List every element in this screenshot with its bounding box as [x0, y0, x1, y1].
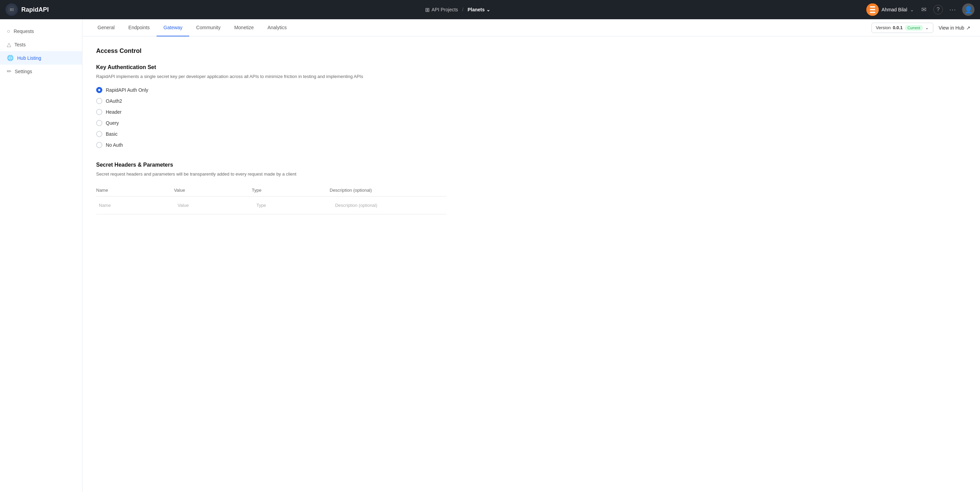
tab-endpoints[interactable]: Endpoints — [122, 19, 157, 37]
navbar: RapidAPI ⊞ API Projects / Planets ⌄ — [0, 0, 980, 19]
tab-community[interactable]: Community — [189, 19, 228, 37]
app-logo[interactable]: RapidAPI — [5, 3, 49, 16]
svg-rect-4 — [870, 12, 875, 13]
breadcrumb: ⊞ API Projects / Planets ⌄ — [54, 6, 861, 13]
radio-oauth2-circle — [96, 98, 102, 104]
tab-bar: General Endpoints Gateway Community Mone… — [83, 19, 980, 37]
app-layout: ○ Requests △ Tests 🌐 Hub Listing ✏ Setti… — [0, 19, 980, 492]
tests-icon: △ — [7, 41, 11, 48]
radio-oauth2-label: OAuth2 — [106, 98, 122, 104]
radio-rapidapi-label: RapidAPI Auth Only — [106, 87, 148, 93]
mail-button[interactable]: ✉ — [918, 4, 929, 15]
logo-icon — [5, 3, 18, 16]
version-current-badge: Current — [905, 25, 923, 30]
table-input-row — [96, 196, 446, 214]
content-area: Access Control Key Authentication Set Ra… — [83, 37, 460, 225]
sidebar-item-tests[interactable]: △ Tests — [0, 38, 82, 51]
requests-icon: ○ — [7, 28, 10, 34]
sidebar-item-settings[interactable]: ✏ Settings — [0, 65, 82, 78]
radio-no-auth-circle — [96, 142, 102, 148]
version-label: Version — [876, 25, 891, 30]
sidebar-item-requests-label: Requests — [14, 29, 34, 34]
sidebar-item-requests[interactable]: ○ Requests — [0, 25, 82, 38]
sidebar-item-tests-label: Tests — [14, 42, 26, 48]
col-name-header: Name — [96, 188, 174, 193]
apps-grid-button[interactable]: ⋯ — [947, 4, 958, 15]
col-desc-header: Description (optional) — [329, 188, 446, 193]
value-input[interactable] — [175, 201, 251, 210]
hub-listing-icon: 🌐 — [7, 55, 14, 61]
radio-query-circle — [96, 120, 102, 126]
access-control-title: Access Control — [96, 48, 446, 55]
secret-headers-section: Secret Headers & Parameters Secret reque… — [96, 162, 446, 215]
radio-basic[interactable]: Basic — [96, 131, 446, 137]
tab-analytics[interactable]: Analytics — [261, 19, 294, 37]
tab-general[interactable]: General — [91, 19, 122, 37]
app-name: RapidAPI — [21, 6, 49, 13]
breadcrumb-separator: / — [462, 7, 464, 13]
key-auth-section: Key Authentication Set RapidAPI implemen… — [96, 64, 446, 148]
radio-query-label: Query — [106, 120, 119, 126]
navbar-right: Ahmad Bilal ⌄ ✉ ? ⋯ 👤 — [866, 3, 975, 16]
table-header-row: Name Value Type Description (optional) — [96, 184, 446, 196]
tab-bar-right: Version 0.0.1 Current ⌄ View in Hub ↗ — [872, 23, 972, 33]
name-input[interactable] — [96, 201, 172, 210]
project-name-label: Planets — [468, 7, 485, 13]
chevron-down-icon: ⌄ — [486, 7, 490, 13]
grid-icon: ⊞ — [425, 6, 430, 13]
settings-icon: ✏ — [7, 68, 11, 75]
key-auth-desc: RapidAPI implements a single secret key … — [96, 73, 446, 80]
secret-headers-desc: Secret request headers and parameters wi… — [96, 171, 446, 178]
version-chevron-icon: ⌄ — [925, 25, 929, 30]
type-input[interactable] — [254, 201, 329, 210]
radio-basic-label: Basic — [106, 131, 118, 137]
radio-basic-circle — [96, 131, 102, 137]
view-in-hub-button[interactable]: View in Hub ↗ — [937, 23, 972, 33]
version-selector[interactable]: Version 0.0.1 Current ⌄ — [872, 23, 933, 33]
user-name: Ahmad Bilal — [881, 7, 907, 13]
api-projects-label: API Projects — [432, 7, 458, 13]
radio-no-auth-label: No Auth — [106, 142, 123, 148]
user-profile-photo[interactable]: 👤 — [962, 3, 975, 16]
sidebar: ○ Requests △ Tests 🌐 Hub Listing ✏ Setti… — [0, 19, 83, 492]
sidebar-item-settings-label: Settings — [15, 69, 32, 74]
project-name-dropdown[interactable]: Planets ⌄ — [468, 7, 490, 13]
version-number: 0.0.1 — [893, 25, 903, 30]
radio-header[interactable]: Header — [96, 109, 446, 115]
radio-query[interactable]: Query — [96, 120, 446, 126]
radio-rapidapi-auth[interactable]: RapidAPI Auth Only — [96, 87, 446, 93]
col-value-header: Value — [174, 188, 252, 193]
external-link-icon: ↗ — [966, 25, 970, 30]
svg-rect-2 — [870, 6, 875, 8]
user-menu[interactable]: Ahmad Bilal ⌄ — [866, 3, 914, 16]
view-in-hub-label: View in Hub — [939, 25, 964, 30]
auth-options-group: RapidAPI Auth Only OAuth2 Header — [96, 87, 446, 148]
svg-rect-3 — [870, 9, 875, 10]
key-auth-title: Key Authentication Set — [96, 64, 446, 70]
radio-header-circle — [96, 109, 102, 115]
api-projects-link[interactable]: ⊞ API Projects — [425, 6, 458, 13]
col-type-header: Type — [252, 188, 329, 193]
main-content: General Endpoints Gateway Community Mone… — [83, 19, 980, 492]
sidebar-item-hub-listing[interactable]: 🌐 Hub Listing — [0, 51, 82, 65]
radio-rapidapi-circle — [96, 87, 102, 93]
user-chevron-icon: ⌄ — [910, 7, 914, 13]
sidebar-item-hub-listing-label: Hub Listing — [17, 55, 41, 61]
radio-no-auth[interactable]: No Auth — [96, 142, 446, 148]
user-avatar — [866, 3, 879, 16]
help-button[interactable]: ? — [933, 5, 943, 14]
radio-header-label: Header — [106, 109, 122, 115]
tab-monetize[interactable]: Monetize — [228, 19, 261, 37]
secret-headers-title: Secret Headers & Parameters — [96, 162, 446, 168]
description-input[interactable] — [332, 201, 446, 210]
radio-oauth2[interactable]: OAuth2 — [96, 98, 446, 104]
tab-gateway[interactable]: Gateway — [157, 19, 189, 37]
